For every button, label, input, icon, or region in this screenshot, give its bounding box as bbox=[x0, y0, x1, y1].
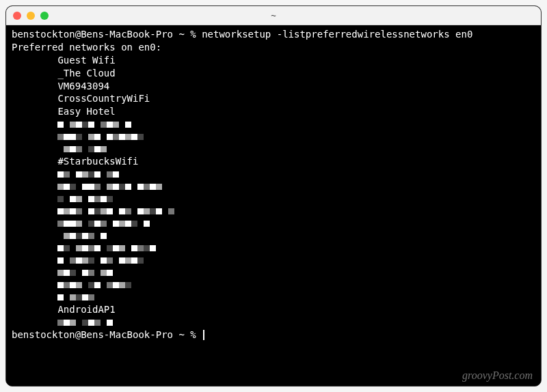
network-item: AndroidAP1 bbox=[12, 303, 535, 316]
output-header: Preferred networks on en0: bbox=[12, 41, 535, 54]
terminal-window: ~ benstockton@Bens-MacBook-Pro ~ % netwo… bbox=[5, 5, 542, 387]
cursor-icon bbox=[203, 330, 204, 340]
network-item: #StarbucksWifi bbox=[12, 155, 535, 168]
terminal-output[interactable]: benstockton@Bens-MacBook-Pro ~ % network… bbox=[6, 25, 541, 386]
redacted-network bbox=[12, 118, 535, 130]
redacted-network bbox=[12, 180, 535, 193]
redacted-network bbox=[12, 316, 535, 328]
network-item: Guest Wifi bbox=[12, 54, 535, 67]
network-item: Easy Hotel bbox=[12, 105, 535, 118]
network-item: VM6943094 bbox=[12, 80, 535, 93]
redacted-network bbox=[12, 254, 535, 266]
redacted-network bbox=[12, 217, 535, 229]
redacted-network bbox=[12, 130, 535, 143]
redacted-network bbox=[12, 242, 535, 254]
traffic-lights bbox=[13, 12, 49, 20]
command: networksetup -listpreferredwirelessnetwo… bbox=[202, 29, 472, 40]
redacted-network bbox=[12, 229, 535, 242]
redacted-network bbox=[12, 279, 535, 291]
prompt-line: benstockton@Bens-MacBook-Pro ~ % bbox=[12, 328, 535, 341]
prompt: benstockton@Bens-MacBook-Pro ~ % bbox=[12, 329, 196, 340]
redacted-network bbox=[12, 193, 535, 205]
network-item: CrossCountryWiFi bbox=[12, 92, 535, 105]
window-title: ~ bbox=[271, 10, 276, 20]
prompt-line: benstockton@Bens-MacBook-Pro ~ % network… bbox=[12, 28, 535, 41]
redacted-network bbox=[12, 168, 535, 180]
window-titlebar: ~ bbox=[6, 6, 541, 25]
prompt: benstockton@Bens-MacBook-Pro ~ % bbox=[12, 29, 196, 40]
minimize-icon[interactable] bbox=[27, 12, 35, 20]
redacted-network bbox=[12, 205, 535, 217]
redacted-network bbox=[12, 143, 535, 155]
maximize-icon[interactable] bbox=[40, 12, 49, 20]
close-icon[interactable] bbox=[13, 12, 21, 20]
redacted-network bbox=[12, 266, 535, 279]
network-item: _The Cloud bbox=[12, 67, 535, 80]
redacted-network bbox=[12, 291, 535, 303]
